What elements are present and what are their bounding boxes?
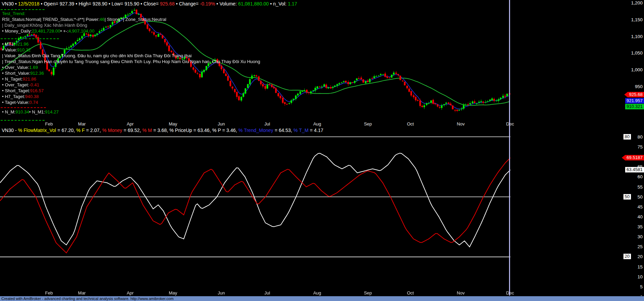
month-label-feb: Feb [45,290,53,296]
text-segment: • Value: [2,47,17,52]
text-segment: • Taget-Value: [2,100,29,105]
flowmatrix-oscillator-chart[interactable] [0,134,510,297]
annotation-line: RSI_Status:Normal| TREND_Status:*-#**| P… [2,17,166,22]
month-label-oct: Oct [407,290,414,296]
text-segment: = 4.17 [309,128,323,133]
axis-tick-label: 25 [622,244,643,249]
text-segment: 61,081,880.00 [238,1,269,7]
axis-tick-label: 1,150 [622,17,643,22]
month-label-feb: Feb [45,121,53,127]
month-label-sep: Sep [364,290,372,296]
axis-tick-label: 5 [622,284,643,289]
text-segment: RSI_Status:Normal| TREND_Status:*-#**| P… [2,17,100,22]
text-segment: • H7_Taget: [2,94,25,99]
crosshair-cursor-line [509,0,510,296]
text-segment: • Volume: [215,1,238,7]
annotation-line: | Value_Status:Đinh Gia Tang Truong. Đâu… [2,53,191,58]
axis-tick-label: 1,200 [622,0,643,5]
status-bar: Created with AmiBroker - advanced charti… [0,296,644,301]
annotation-line: • Short_Value:912.36 [2,71,44,76]
text-segment: 46 [100,17,104,22]
annotation-line: • N_Taget:921.86 [2,76,36,82]
price-panel-title: VN30 • 12/5/2018 • Open= 927.39 • High= … [2,1,297,7]
text-segment: • Short_Value: [2,71,30,76]
month-label-dec: Dec [506,290,514,296]
text-segment: 925.68 [160,1,175,7]
text-segment: -0.19% [200,1,215,7]
month-label-sep: Sep [364,121,372,127]
text-segment: • Over_Taget: [2,82,29,87]
text-segment: % T_M [294,128,309,133]
text-segment: 910.34 [15,109,29,115]
text-segment: 916.57 [30,88,44,93]
text-segment: 921.86 [23,76,36,82]
text-segment: | Value_Status:Đinh Gia Tang Truong. Đâu… [2,53,191,58]
axis-badge-80: 80 [623,134,631,140]
amibroker-window: VN30 • 12/5/2018 • Open= 927.39 • High= … [0,0,644,301]
text-segment: • N_M1: [29,109,45,115]
text-segment: • N_M: [2,109,15,115]
month-label-nov: Nov [457,290,465,296]
text-segment: • Money_Daily: [2,28,32,34]
annotation-line: | Trend_Status:Ngan Han chuyên tu Tang T… [2,59,260,64]
axis-badge-921.957: 921.957 [625,98,644,104]
month-label-nov: Nov [457,121,465,127]
text-segment: VN30 - [2,128,18,133]
axis-tick-label: 60 [622,174,643,179]
axis-badge-63.4581: 63.4581 [625,167,644,172]
month-label-aug: Aug [313,121,321,127]
dashed-separator [1,120,45,121]
text-segment: = 69.52, [122,128,143,133]
text-segment: • Open= 927.39 • High= 928.90 • Low= 915… [39,1,160,7]
text-segment: 4,907,104.00 [69,28,95,34]
axis-tick-label: 30 [622,234,643,239]
annotation-line: • Value:910.32 [2,47,31,52]
annotation-line: • Short_Taget:916.57 [2,88,44,93]
axis-tick-label: 10 [622,274,643,279]
axis-tick-label: 75 [622,144,643,149]
text-segment: • N_Taget: [2,76,23,82]
text-segment: % FlowMatrix_Vol [18,128,56,133]
axis-tick-label: 1,100 [622,34,643,39]
text-segment: • n_Vol: [269,1,288,7]
axis-tick-label: 55 [622,184,643,190]
text-segment: • [14,1,18,7]
annotation-line: • Taget-Value:0.74 [2,100,38,105]
text-segment: | Daily_singal:Không Xác Nhân Hành Đông [2,23,87,28]
month-label-apr: Apr [127,290,134,296]
text-segment: | Trend_Status:Ngan Han chuyên tu Tang T… [2,59,260,64]
month-label-mar: Mar [78,121,86,127]
text-segment: 0.74 [29,100,38,105]
text-segment: • Change= [175,1,200,7]
flow-panel-title: VN30 - % FlowMatrix_Vol = 67.20, % F = 2… [2,128,323,133]
month-label-jun: Jun [218,121,225,127]
month-label-may: May [169,290,177,296]
annotation-line: • Over_Taget:-0.41 [2,82,39,87]
axis-tick-label: 1,050 [622,50,643,56]
month-label-mar: Mar [78,290,86,296]
month-label-dec: Dec [506,121,514,127]
text-segment: | Strong:*| Zone_Status:Neutral [104,17,166,22]
annotation-line: • Over_Value:1.69 [2,65,38,70]
text-segment: 1.17 [288,1,297,7]
text-segment: -0.41 [29,82,39,87]
annotation-line: Test_Trend: [2,11,25,16]
text-segment: • Short_Taget: [2,88,30,93]
text-segment: Test_Trend: [2,11,25,16]
annotation-line: • N_M:910.34• N_M1:914.27 [2,109,59,115]
dashed-separator [1,38,59,39]
month-label-oct: Oct [407,121,414,127]
text-segment: 12/5/2018 [18,1,39,7]
text-segment: % F [76,128,85,133]
month-label-jul: Jul [264,121,270,127]
text-segment: % Trend_Money [238,128,273,133]
dashed-separator [1,107,46,108]
text-segment: • MT1: [2,41,15,47]
text-segment: 914.27 [45,109,59,115]
text-segment: 940.38 [25,94,39,99]
text-segment: = 64.53, [273,128,294,133]
axis-tick-label: 1,000 [622,67,643,72]
axis-badge-69.5187: 69.5187 [622,155,644,160]
month-label-jun: Jun [218,290,225,296]
text-segment: = 67.20, [56,128,76,133]
